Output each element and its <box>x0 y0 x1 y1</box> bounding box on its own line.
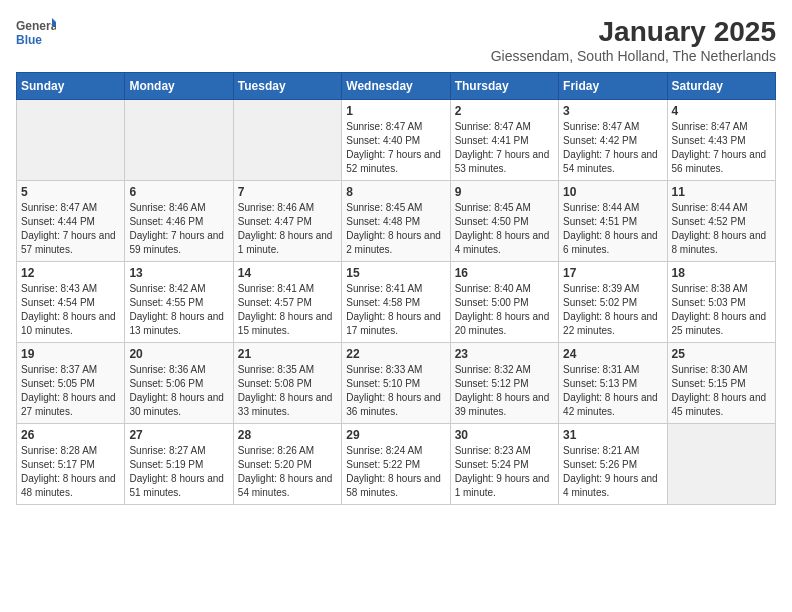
day-info: Sunrise: 8:23 AMSunset: 5:24 PMDaylight:… <box>455 444 554 500</box>
weekday-header-row: SundayMondayTuesdayWednesdayThursdayFrid… <box>17 73 776 100</box>
calendar-body: 1Sunrise: 8:47 AMSunset: 4:40 PMDaylight… <box>17 100 776 505</box>
day-number: 22 <box>346 347 445 361</box>
day-info: Sunrise: 8:36 AMSunset: 5:06 PMDaylight:… <box>129 363 228 419</box>
calendar-cell: 8Sunrise: 8:45 AMSunset: 4:48 PMDaylight… <box>342 181 450 262</box>
day-number: 16 <box>455 266 554 280</box>
day-info: Sunrise: 8:35 AMSunset: 5:08 PMDaylight:… <box>238 363 337 419</box>
calendar-week-3: 19Sunrise: 8:37 AMSunset: 5:05 PMDayligh… <box>17 343 776 424</box>
day-number: 3 <box>563 104 662 118</box>
day-number: 24 <box>563 347 662 361</box>
day-info: Sunrise: 8:24 AMSunset: 5:22 PMDaylight:… <box>346 444 445 500</box>
day-info: Sunrise: 8:39 AMSunset: 5:02 PMDaylight:… <box>563 282 662 338</box>
day-number: 26 <box>21 428 120 442</box>
day-number: 8 <box>346 185 445 199</box>
day-number: 7 <box>238 185 337 199</box>
calendar-header: SundayMondayTuesdayWednesdayThursdayFrid… <box>17 73 776 100</box>
day-info: Sunrise: 8:40 AMSunset: 5:00 PMDaylight:… <box>455 282 554 338</box>
day-info: Sunrise: 8:31 AMSunset: 5:13 PMDaylight:… <box>563 363 662 419</box>
calendar-cell: 28Sunrise: 8:26 AMSunset: 5:20 PMDayligh… <box>233 424 341 505</box>
day-info: Sunrise: 8:44 AMSunset: 4:52 PMDaylight:… <box>672 201 771 257</box>
day-info: Sunrise: 8:46 AMSunset: 4:46 PMDaylight:… <box>129 201 228 257</box>
day-number: 14 <box>238 266 337 280</box>
calendar-cell: 24Sunrise: 8:31 AMSunset: 5:13 PMDayligh… <box>559 343 667 424</box>
calendar-cell: 12Sunrise: 8:43 AMSunset: 4:54 PMDayligh… <box>17 262 125 343</box>
day-number: 10 <box>563 185 662 199</box>
calendar-week-1: 5Sunrise: 8:47 AMSunset: 4:44 PMDaylight… <box>17 181 776 262</box>
day-info: Sunrise: 8:28 AMSunset: 5:17 PMDaylight:… <box>21 444 120 500</box>
day-number: 19 <box>21 347 120 361</box>
day-info: Sunrise: 8:38 AMSunset: 5:03 PMDaylight:… <box>672 282 771 338</box>
calendar-cell: 25Sunrise: 8:30 AMSunset: 5:15 PMDayligh… <box>667 343 775 424</box>
day-number: 4 <box>672 104 771 118</box>
calendar-cell: 2Sunrise: 8:47 AMSunset: 4:41 PMDaylight… <box>450 100 558 181</box>
day-number: 28 <box>238 428 337 442</box>
day-info: Sunrise: 8:45 AMSunset: 4:48 PMDaylight:… <box>346 201 445 257</box>
day-info: Sunrise: 8:21 AMSunset: 5:26 PMDaylight:… <box>563 444 662 500</box>
day-info: Sunrise: 8:47 AMSunset: 4:40 PMDaylight:… <box>346 120 445 176</box>
calendar-cell <box>233 100 341 181</box>
day-info: Sunrise: 8:27 AMSunset: 5:19 PMDaylight:… <box>129 444 228 500</box>
calendar-cell: 10Sunrise: 8:44 AMSunset: 4:51 PMDayligh… <box>559 181 667 262</box>
svg-text:General: General <box>16 19 56 33</box>
day-info: Sunrise: 8:47 AMSunset: 4:44 PMDaylight:… <box>21 201 120 257</box>
subtitle: Giessendam, South Holland, The Netherlan… <box>491 48 776 64</box>
day-number: 12 <box>21 266 120 280</box>
day-number: 5 <box>21 185 120 199</box>
day-info: Sunrise: 8:47 AMSunset: 4:42 PMDaylight:… <box>563 120 662 176</box>
calendar-cell: 3Sunrise: 8:47 AMSunset: 4:42 PMDaylight… <box>559 100 667 181</box>
calendar-cell: 21Sunrise: 8:35 AMSunset: 5:08 PMDayligh… <box>233 343 341 424</box>
svg-text:Blue: Blue <box>16 33 42 47</box>
weekday-header-friday: Friday <box>559 73 667 100</box>
calendar-cell: 26Sunrise: 8:28 AMSunset: 5:17 PMDayligh… <box>17 424 125 505</box>
calendar-cell: 6Sunrise: 8:46 AMSunset: 4:46 PMDaylight… <box>125 181 233 262</box>
day-number: 17 <box>563 266 662 280</box>
day-number: 29 <box>346 428 445 442</box>
day-number: 21 <box>238 347 337 361</box>
header: General Blue January 2025 Giessendam, So… <box>16 16 776 64</box>
day-info: Sunrise: 8:46 AMSunset: 4:47 PMDaylight:… <box>238 201 337 257</box>
day-info: Sunrise: 8:47 AMSunset: 4:41 PMDaylight:… <box>455 120 554 176</box>
calendar-cell <box>125 100 233 181</box>
calendar-cell: 5Sunrise: 8:47 AMSunset: 4:44 PMDaylight… <box>17 181 125 262</box>
calendar-table: SundayMondayTuesdayWednesdayThursdayFrid… <box>16 72 776 505</box>
calendar-cell: 30Sunrise: 8:23 AMSunset: 5:24 PMDayligh… <box>450 424 558 505</box>
main-title: January 2025 <box>491 16 776 48</box>
day-number: 31 <box>563 428 662 442</box>
weekday-header-sunday: Sunday <box>17 73 125 100</box>
day-number: 11 <box>672 185 771 199</box>
calendar-cell <box>667 424 775 505</box>
day-info: Sunrise: 8:26 AMSunset: 5:20 PMDaylight:… <box>238 444 337 500</box>
weekday-header-thursday: Thursday <box>450 73 558 100</box>
weekday-header-monday: Monday <box>125 73 233 100</box>
calendar-cell: 1Sunrise: 8:47 AMSunset: 4:40 PMDaylight… <box>342 100 450 181</box>
day-number: 30 <box>455 428 554 442</box>
calendar-cell: 29Sunrise: 8:24 AMSunset: 5:22 PMDayligh… <box>342 424 450 505</box>
logo-svg: General Blue <box>16 16 56 54</box>
logo: General Blue <box>16 16 56 54</box>
day-number: 2 <box>455 104 554 118</box>
calendar-cell: 20Sunrise: 8:36 AMSunset: 5:06 PMDayligh… <box>125 343 233 424</box>
day-number: 23 <box>455 347 554 361</box>
calendar-cell: 23Sunrise: 8:32 AMSunset: 5:12 PMDayligh… <box>450 343 558 424</box>
weekday-header-wednesday: Wednesday <box>342 73 450 100</box>
day-number: 15 <box>346 266 445 280</box>
calendar-cell: 19Sunrise: 8:37 AMSunset: 5:05 PMDayligh… <box>17 343 125 424</box>
calendar-week-2: 12Sunrise: 8:43 AMSunset: 4:54 PMDayligh… <box>17 262 776 343</box>
day-info: Sunrise: 8:45 AMSunset: 4:50 PMDaylight:… <box>455 201 554 257</box>
day-info: Sunrise: 8:43 AMSunset: 4:54 PMDaylight:… <box>21 282 120 338</box>
day-number: 13 <box>129 266 228 280</box>
calendar-cell: 4Sunrise: 8:47 AMSunset: 4:43 PMDaylight… <box>667 100 775 181</box>
calendar-cell: 22Sunrise: 8:33 AMSunset: 5:10 PMDayligh… <box>342 343 450 424</box>
title-block: January 2025 Giessendam, South Holland, … <box>491 16 776 64</box>
day-info: Sunrise: 8:32 AMSunset: 5:12 PMDaylight:… <box>455 363 554 419</box>
calendar-cell: 9Sunrise: 8:45 AMSunset: 4:50 PMDaylight… <box>450 181 558 262</box>
calendar-week-0: 1Sunrise: 8:47 AMSunset: 4:40 PMDaylight… <box>17 100 776 181</box>
calendar-week-4: 26Sunrise: 8:28 AMSunset: 5:17 PMDayligh… <box>17 424 776 505</box>
calendar-cell: 27Sunrise: 8:27 AMSunset: 5:19 PMDayligh… <box>125 424 233 505</box>
day-info: Sunrise: 8:30 AMSunset: 5:15 PMDaylight:… <box>672 363 771 419</box>
day-info: Sunrise: 8:42 AMSunset: 4:55 PMDaylight:… <box>129 282 228 338</box>
day-info: Sunrise: 8:44 AMSunset: 4:51 PMDaylight:… <box>563 201 662 257</box>
calendar-cell <box>17 100 125 181</box>
weekday-header-saturday: Saturday <box>667 73 775 100</box>
day-number: 9 <box>455 185 554 199</box>
